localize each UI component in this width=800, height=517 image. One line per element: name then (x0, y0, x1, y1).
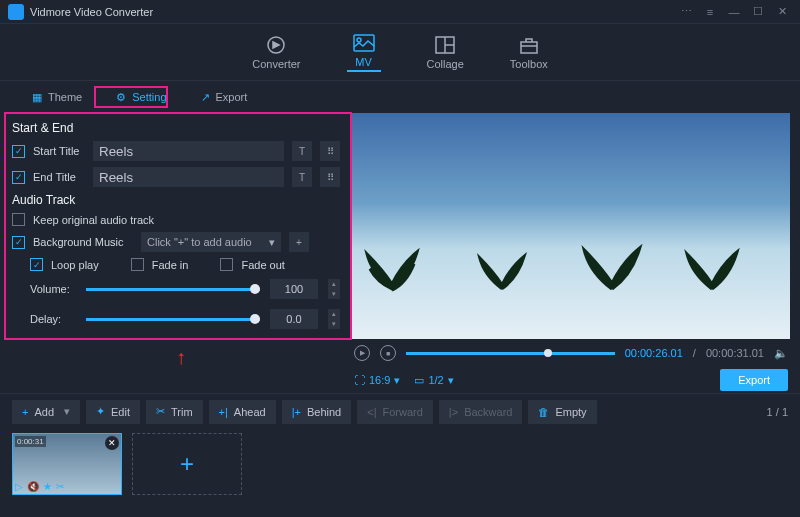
clip-edit-icon[interactable]: ✂ (56, 481, 64, 492)
bg-music-label: Background Music (33, 236, 133, 248)
keep-original-checkbox[interactable] (12, 213, 25, 226)
bg-music-dropdown[interactable]: Click "+" to add audio▾ (141, 232, 281, 252)
empty-button[interactable]: 🗑Empty (528, 400, 596, 424)
maximize-icon[interactable]: ☐ (748, 2, 768, 22)
start-title-font-button[interactable]: T (292, 141, 312, 161)
volume-slider[interactable] (86, 288, 260, 291)
delay-up[interactable]: ▴ (328, 309, 340, 319)
backward-icon: |> (449, 406, 458, 418)
preview-video (352, 113, 790, 339)
loop-play-checkbox[interactable]: ✓ (30, 258, 43, 271)
chevron-down-icon: ▾ (64, 405, 70, 418)
theme-icon: ▦ (32, 91, 42, 104)
keep-original-label: Keep original audio track (33, 214, 154, 226)
tab-theme[interactable]: ▦Theme (24, 87, 90, 108)
end-title-effect-button[interactable]: ⠿ (320, 167, 340, 187)
end-title-input[interactable] (93, 167, 284, 187)
delay-down[interactable]: ▾ (328, 319, 340, 329)
toolbox-icon (518, 35, 540, 55)
start-title-label: Start Title (33, 145, 85, 157)
svg-rect-6 (521, 42, 537, 53)
app-logo (8, 4, 24, 20)
ratio-selector[interactable]: ⛶16:9▾ (354, 374, 400, 387)
ahead-button[interactable]: +|Ahead (209, 400, 276, 424)
collage-icon (434, 35, 456, 55)
volume-label: Volume: (30, 283, 76, 295)
ahead-icon: +| (219, 406, 228, 418)
forward-button[interactable]: <|Forward (357, 400, 433, 424)
start-title-input[interactable] (93, 141, 284, 161)
volume-up[interactable]: ▴ (328, 279, 340, 289)
tab-setting[interactable]: ⚙Setting (108, 87, 174, 108)
edit-button[interactable]: ✦Edit (86, 400, 140, 424)
trim-button[interactable]: ✂Trim (146, 400, 203, 424)
scissors-icon: ✂ (156, 405, 165, 418)
clip-mute-icon[interactable]: 🔇 (27, 481, 39, 492)
behind-button[interactable]: |+Behind (282, 400, 352, 424)
end-title-label: End Title (33, 171, 85, 183)
chevron-down-icon: ▾ (448, 374, 454, 387)
clip-thumbnail[interactable]: 0:00:31 ✕ ▷ 🔇 ★ ✂ (12, 433, 122, 495)
time-total: 00:00:31.01 (706, 347, 764, 359)
volume-icon[interactable]: 🔈 (774, 347, 788, 360)
bg-music-checkbox[interactable]: ✓ (12, 236, 25, 249)
plus-icon: + (22, 406, 28, 418)
clip-star-icon[interactable]: ★ (43, 481, 52, 492)
nav-collage[interactable]: Collage (427, 35, 464, 70)
nav-toolbox[interactable]: Toolbox (510, 35, 548, 70)
export-button[interactable]: Export (720, 369, 788, 391)
time-current: 00:00:26.01 (625, 347, 683, 359)
page-icon: ▭ (414, 374, 424, 387)
converter-icon (265, 35, 287, 55)
gear-icon: ⚙ (116, 91, 126, 104)
stop-button[interactable]: ■ (380, 345, 396, 361)
feedback-icon[interactable]: ⋯ (676, 2, 696, 22)
fade-in-checkbox[interactable] (131, 258, 144, 271)
wand-icon: ✦ (96, 405, 105, 418)
add-audio-button[interactable]: + (289, 232, 309, 252)
volume-down[interactable]: ▾ (328, 289, 340, 299)
app-title: Vidmore Video Converter (30, 6, 153, 18)
chevron-down-icon: ▾ (394, 374, 400, 387)
nav-mv[interactable]: MV (347, 33, 381, 72)
settings-panel: Start & End ✓ Start Title T ⠿ ✓ End Titl… (0, 113, 352, 393)
start-title-effect-button[interactable]: ⠿ (320, 141, 340, 161)
tab-export[interactable]: ↗Export (193, 87, 256, 108)
fade-out-checkbox[interactable] (220, 258, 233, 271)
play-button[interactable]: ▶ (354, 345, 370, 361)
close-icon[interactable]: ✕ (772, 2, 792, 22)
trash-icon: 🗑 (538, 406, 549, 418)
end-title-checkbox[interactable]: ✓ (12, 171, 25, 184)
export-icon: ↗ (201, 91, 210, 104)
end-title-font-button[interactable]: T (292, 167, 312, 187)
delay-slider[interactable] (86, 318, 260, 321)
backward-button[interactable]: |>Backward (439, 400, 523, 424)
behind-icon: |+ (292, 406, 301, 418)
forward-icon: <| (367, 406, 376, 418)
add-button[interactable]: +Add▾ (12, 400, 80, 424)
mv-icon (353, 33, 375, 53)
svg-point-2 (357, 38, 361, 42)
clip-play-icon[interactable]: ▷ (15, 481, 23, 492)
plus-icon: + (180, 450, 194, 478)
delay-label: Delay: (30, 313, 76, 325)
chevron-down-icon: ▾ (269, 236, 275, 249)
progress-slider[interactable] (406, 352, 615, 355)
start-title-checkbox[interactable]: ✓ (12, 145, 25, 158)
add-clip-slot[interactable]: + (132, 433, 242, 495)
remove-clip-button[interactable]: ✕ (105, 436, 119, 450)
page-count: 1 / 1 (767, 406, 788, 418)
delay-value[interactable]: 0.0 (270, 309, 318, 329)
page-selector[interactable]: ▭1/2▾ (414, 374, 453, 387)
nav-converter[interactable]: Converter (252, 35, 300, 70)
minimize-icon[interactable]: — (724, 2, 744, 22)
audio-track-heading: Audio Track (12, 193, 340, 207)
start-end-heading: Start & End (12, 121, 340, 135)
clip-duration: 0:00:31 (15, 436, 46, 447)
menu-icon[interactable]: ≡ (700, 2, 720, 22)
ratio-icon: ⛶ (354, 374, 365, 386)
volume-value[interactable]: 100 (270, 279, 318, 299)
